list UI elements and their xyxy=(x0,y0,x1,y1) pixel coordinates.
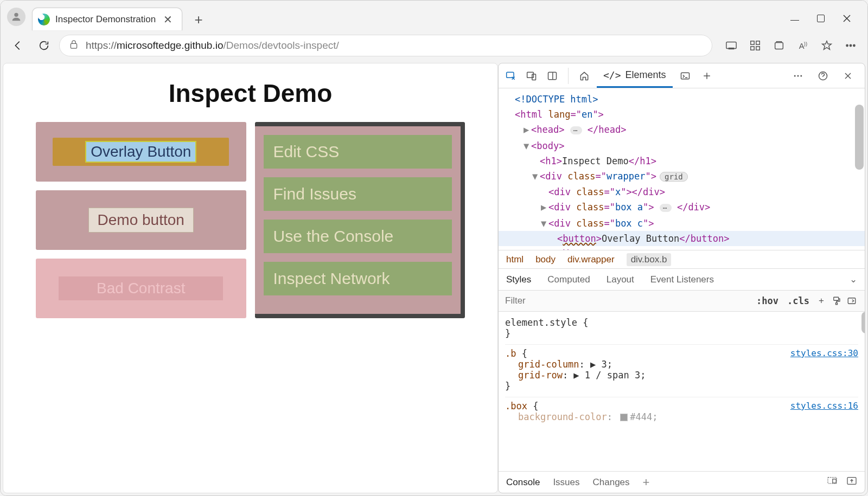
url-host: microsoftedge.github.io xyxy=(117,40,223,51)
bc-current[interactable]: div.box.b xyxy=(627,253,672,266)
add-tab-button[interactable] xyxy=(698,67,716,85)
browser-toolbar: https://microsoftedge.github.io/Demos/de… xyxy=(1,30,867,61)
rule-b[interactable]: styles.css:30 .b { grid-column: ▶ 3; gri… xyxy=(505,348,858,391)
welcome-tab[interactable] xyxy=(575,67,593,85)
chevron-down-icon[interactable]: ⌄ xyxy=(850,274,857,285)
bad-contrast-label: Bad Contrast xyxy=(97,280,185,297)
drawer-add-button[interactable]: + xyxy=(643,475,650,489)
device-emulation-button[interactable] xyxy=(522,67,541,85)
new-tab-button[interactable]: + xyxy=(192,13,205,26)
back-button[interactable] xyxy=(7,35,29,56)
demo-button-label: Demo button xyxy=(98,211,184,228)
tab-layout[interactable]: Layout xyxy=(607,274,634,285)
overlay-button-label: Overlay Button xyxy=(91,143,191,160)
devtools-close-button[interactable] xyxy=(839,67,857,85)
minimize-button[interactable] xyxy=(789,13,800,24)
extensions-icon[interactable] xyxy=(748,38,762,53)
tab-styles[interactable]: Styles xyxy=(506,274,531,285)
tab-event-listeners[interactable]: Event Listeners xyxy=(650,274,714,285)
svg-rect-30 xyxy=(834,297,839,300)
bc-wrapper[interactable]: div.wrapper xyxy=(567,254,615,265)
rule-box[interactable]: styles.css:16 .box { background-color: #… xyxy=(505,401,858,422)
new-rule-button[interactable]: + xyxy=(814,295,829,306)
console-tab-icon[interactable] xyxy=(676,67,694,85)
page-heading: Inspect Demo xyxy=(3,79,497,108)
favorites-icon[interactable] xyxy=(820,38,834,53)
demo-wrapper: Overlay Button Demo button Bad Contrast xyxy=(3,122,497,318)
link-inspect-network[interactable]: Inspect Network xyxy=(264,262,452,295)
right-inner: Edit CSS Find Issues Use the Console Ins… xyxy=(255,126,461,314)
dom-breadcrumb: html body div.wrapper div.box.b xyxy=(499,250,865,268)
svg-rect-9 xyxy=(756,47,760,50)
svg-rect-6 xyxy=(751,41,754,44)
box-demo: Demo button xyxy=(36,190,246,250)
browser-tab[interactable]: Inspector Demonstration ✕ xyxy=(32,8,182,30)
screencast-icon[interactable] xyxy=(724,38,738,53)
drawer-dock-icon[interactable] xyxy=(827,476,838,488)
elements-tab[interactable]: </> Elements xyxy=(597,64,673,88)
styles-filter-input[interactable] xyxy=(504,295,752,307)
main-area: Inspect Demo Overlay Button Demo button xyxy=(1,61,867,495)
svg-rect-31 xyxy=(836,303,838,305)
bc-html[interactable]: html xyxy=(506,254,524,265)
bad-contrast-button[interactable]: Bad Contrast xyxy=(59,276,223,300)
drawer-tabs: Console Issues Changes + xyxy=(499,471,865,493)
page-content: Inspect Demo Overlay Button Demo button xyxy=(3,63,498,493)
left-column: Overlay Button Demo button Bad Contrast xyxy=(36,122,246,318)
dom-tree[interactable]: <!DOCTYPE html> <html lang="en"> ▶<head>… xyxy=(499,88,865,250)
maximize-button[interactable] xyxy=(815,13,826,24)
toggle-pane-icon[interactable] xyxy=(844,296,859,306)
cls-button[interactable]: .cls xyxy=(783,295,814,306)
demo-button[interactable]: Demo button xyxy=(88,208,194,233)
paint-icon[interactable] xyxy=(829,296,844,306)
styles-scrollbar[interactable] xyxy=(861,312,865,333)
link-edit-css[interactable]: Edit CSS xyxy=(264,135,452,169)
link-find-issues[interactable]: Find Issues xyxy=(264,177,452,211)
dock-side-button[interactable] xyxy=(543,67,561,85)
close-window-button[interactable] xyxy=(841,13,852,24)
svg-rect-10 xyxy=(775,43,783,49)
menu-button[interactable] xyxy=(844,38,858,53)
toolbar-actions: A)) xyxy=(724,38,858,53)
rule-element-style[interactable]: element.style { } xyxy=(505,317,858,339)
tab-title: Inspector Demonstration xyxy=(55,14,156,25)
box-overlay: Overlay Button xyxy=(36,122,246,182)
styles-body[interactable]: element.style { } styles.css:30 .b { gri… xyxy=(499,312,865,471)
devtools-help-button[interactable] xyxy=(814,67,832,85)
rule-box-link[interactable]: styles.css:16 xyxy=(790,401,858,411)
svg-rect-7 xyxy=(756,41,760,44)
refresh-button[interactable] xyxy=(33,35,55,56)
tab-close-button[interactable]: ✕ xyxy=(161,13,174,26)
svg-rect-8 xyxy=(751,47,754,50)
svg-point-26 xyxy=(800,75,802,76)
svg-text:)): )) xyxy=(804,41,807,47)
drawer-expand-icon[interactable] xyxy=(846,476,857,488)
read-aloud-icon[interactable]: A)) xyxy=(796,38,810,53)
titlebar: Inspector Demonstration ✕ + xyxy=(1,1,867,30)
drawer-console[interactable]: Console xyxy=(506,477,540,488)
grid-badge[interactable]: grid xyxy=(660,172,688,182)
bc-body[interactable]: body xyxy=(535,254,556,265)
profile-avatar[interactable] xyxy=(7,8,25,26)
dom-selected-node[interactable]: <button>Overlay Button</button> xyxy=(499,231,865,246)
drawer-issues[interactable]: Issues xyxy=(553,477,579,488)
svg-rect-4 xyxy=(726,42,736,49)
address-bar[interactable]: https://microsoftedge.github.io/Demos/de… xyxy=(59,35,712,56)
drawer-changes[interactable]: Changes xyxy=(593,477,630,488)
styles-tabs: Styles Computed Layout Event Listeners ⌄ xyxy=(499,268,865,290)
svg-point-14 xyxy=(850,44,851,46)
collections-icon[interactable] xyxy=(772,38,786,53)
edge-logo-icon xyxy=(38,14,50,25)
svg-point-15 xyxy=(853,44,855,46)
hov-button[interactable]: :hov xyxy=(752,295,783,306)
link-use-console[interactable]: Use the Console xyxy=(264,220,452,253)
overlay-button[interactable]: Overlay Button xyxy=(85,141,196,163)
inspect-element-button[interactable] xyxy=(502,67,520,85)
rule-b-link[interactable]: styles.css:30 xyxy=(790,348,858,358)
scrollbar-thumb[interactable] xyxy=(855,105,864,170)
tab-computed[interactable]: Computed xyxy=(547,274,590,285)
devtools-more-button[interactable] xyxy=(789,67,807,85)
url-path: /Demos/devtools-inspect/ xyxy=(223,40,339,51)
svg-point-24 xyxy=(794,75,796,76)
window-controls xyxy=(789,13,863,30)
